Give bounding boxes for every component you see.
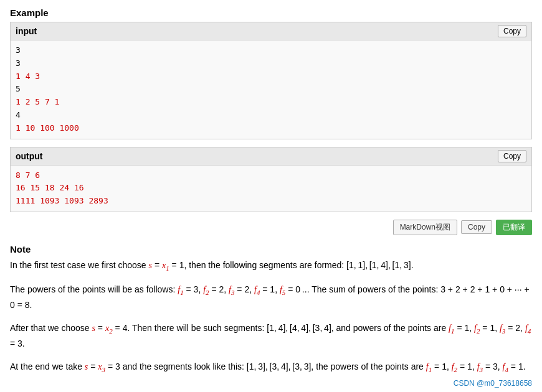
output-line-2: 16 15 18 24 16 — [16, 182, 526, 195]
math-sub-f1b: 1 — [451, 327, 455, 335]
math-sub-f4b: 4 — [528, 327, 531, 335]
math-sub-f3b: 3 — [502, 327, 506, 335]
toolbar-copy-button[interactable]: Copy — [461, 220, 492, 234]
output-line-3: 1111 1093 1093 2893 — [16, 195, 526, 208]
input-content: 3 3 1 4 3 5 1 2 5 7 1 4 1 10 100 1000 — [11, 40, 531, 139]
note-para-2: The powers of the points will be as foll… — [10, 282, 532, 312]
math-sub-1: 1 — [166, 264, 169, 272]
math-sub-x3: 3 — [102, 366, 106, 373]
math-sub-f3c: 3 — [480, 366, 483, 373]
note-title: Note — [10, 244, 532, 254]
output-block: output Copy 8 7 6 16 15 18 24 16 1111 10… — [10, 147, 532, 212]
math-s2: s — [92, 324, 95, 333]
input-line-1: 3 — [16, 44, 526, 57]
math-sub-f2c: 2 — [454, 366, 458, 373]
math-sub-f4: 4 — [257, 289, 260, 296]
input-line-4: 5 — [16, 83, 526, 96]
note-para-4: At the end we take s = x3 = 3 and the se… — [10, 360, 532, 375]
markdown-view-button[interactable]: MarkDown视图 — [393, 220, 457, 235]
input-block: input Copy 3 3 1 4 3 5 1 2 5 7 1 4 1 10 … — [10, 22, 532, 139]
input-line-5: 1 2 5 7 1 — [16, 96, 526, 109]
input-line-2: 3 — [16, 57, 526, 70]
input-block-header: input Copy — [11, 22, 531, 40]
math-s1: s — [149, 261, 152, 270]
note-section: Note In the first test case we first cho… — [10, 244, 532, 375]
output-line-1: 8 7 6 — [16, 169, 526, 182]
note-para-1: In the first test case we first choose s… — [10, 258, 532, 274]
input-line-7: 1 10 100 1000 — [16, 122, 526, 135]
output-content: 8 7 6 16 15 18 24 16 1111 1093 1093 2893 — [11, 166, 531, 212]
math-sub-x2: 2 — [109, 327, 113, 335]
math-sub-f5: 5 — [282, 289, 286, 296]
input-line-6: 4 — [16, 109, 526, 122]
input-copy-button[interactable]: Copy — [498, 25, 526, 37]
input-label: input — [16, 26, 37, 36]
math-sub-f1c: 1 — [429, 366, 432, 373]
math-sub-f4c: 4 — [505, 366, 508, 373]
output-label: output — [16, 151, 43, 161]
math-sub-f2b: 2 — [477, 327, 480, 335]
example-title: Example — [10, 7, 532, 18]
translated-button[interactable]: 已翻译 — [496, 220, 532, 235]
watermark: CSDN @m0_73618658 — [454, 378, 532, 390]
math-s3: s — [85, 362, 88, 371]
input-line-3: 1 4 3 — [16, 70, 526, 83]
output-copy-button[interactable]: Copy — [498, 150, 526, 162]
math-sub-f2: 2 — [206, 289, 209, 296]
math-sub-f3: 3 — [231, 289, 235, 296]
output-block-header: output Copy — [11, 147, 531, 166]
math-sub-f1: 1 — [180, 289, 184, 296]
note-para-3: After that we choose s = x2 = 4. Then th… — [10, 321, 532, 351]
toolbar-row: MarkDown视图 Copy 已翻译 — [10, 220, 532, 235]
